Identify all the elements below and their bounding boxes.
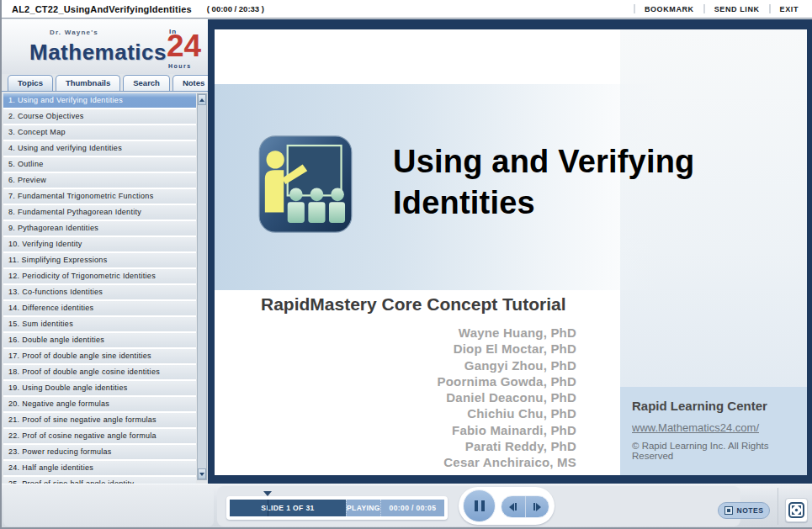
presenter-icon <box>258 135 353 234</box>
org-url-link[interactable]: www.Mathematics24.com/ <box>632 421 807 434</box>
org-copyright: © Rapid Learning Inc. All Rights Reserve… <box>632 441 807 461</box>
playback-time: 00:00 / 00:05 <box>380 500 444 516</box>
topic-item-11[interactable]: 11. Simplifying Expressions <box>3 253 196 267</box>
author-list: Wayne Huang, PhD Diop El Moctar, PhD Gan… <box>282 325 576 471</box>
logo-hours-word: Hours <box>168 63 192 69</box>
topic-item-4[interactable]: 4. Using and verifying Identities <box>3 141 196 156</box>
author: Cesar Anchiraico, MS <box>282 454 576 470</box>
fullscreen-button[interactable] <box>785 498 808 522</box>
topic-item-20[interactable]: 20. Negative angle formulas <box>3 397 196 411</box>
playhead-line <box>268 500 268 516</box>
slide-title: Using and Verifying Identities <box>393 141 807 224</box>
sidebar: Dr. Wayne's Mathematics In 24 Hours Topi… <box>2 19 208 484</box>
title-bar: AL2_CT22_UsingAndVerifyingIdentities ( 0… <box>2 0 812 19</box>
logo-24-number: 24 <box>167 30 201 61</box>
divider <box>703 4 705 13</box>
next-slide-button[interactable] <box>526 496 549 517</box>
org-panel: Rapid Learning Center www.Mathematics24.… <box>620 387 807 475</box>
author: Chichiu Chu, PhD <box>282 405 576 421</box>
sidebar-tabbar: Topics Thumbnails Search Notes <box>2 74 208 92</box>
topic-item-2[interactable]: 2. Course Objectives <box>3 109 196 124</box>
topic-item-16[interactable]: 16. Double angle identities <box>3 333 196 347</box>
slide-subtitle: RapidMastery Core Concept Tutorial <box>261 294 566 315</box>
player-window: AL2_CT22_UsingAndVerifyingIdentities ( 0… <box>0 0 812 529</box>
topic-item-14[interactable]: 14. Difference identities <box>3 301 196 315</box>
player-bar-left-panel <box>3 488 214 526</box>
bookmark-button[interactable]: BOOKMARK <box>645 5 694 13</box>
author: Poornima Gowda, PhD <box>282 373 576 389</box>
slide-title-line2: Identities <box>393 183 807 224</box>
topic-item-24[interactable]: 24. Half angle identities <box>3 461 196 475</box>
divider <box>769 4 771 13</box>
author: Daniel Deaconu, PhD <box>282 389 576 405</box>
progress-bar[interactable]: SLIDE 1 OF 31 PLAYING 00:00 / 00:05 <box>226 496 448 520</box>
topic-item-19[interactable]: 19. Using Double angle identities <box>3 381 196 395</box>
topic-list: 1. Using and Verifying Identities 2. Cou… <box>3 93 196 484</box>
pause-icon <box>481 500 485 511</box>
topic-item-12[interactable]: 12. Periodicity of Trigonometric Identit… <box>3 269 196 283</box>
topic-item-25[interactable]: 25. Proof of sine half angle identity <box>3 477 196 484</box>
step-forward-icon <box>536 503 541 511</box>
slide-canvas: Using and Verifying Identities RapidMast… <box>215 29 807 475</box>
previous-slide-button[interactable] <box>502 496 526 517</box>
step-back-icon <box>509 503 514 511</box>
scroll-down-button[interactable] <box>198 468 206 479</box>
topic-item-17[interactable]: 17. Proof of double angle sine identitie… <box>3 349 196 363</box>
total-time: ( 00:00 / 20:33 ) <box>207 4 264 13</box>
playback-status: PLAYING <box>346 500 380 516</box>
notes-button[interactable]: NOTES <box>718 502 770 519</box>
topic-item-6[interactable]: 6. Preview <box>3 173 196 188</box>
step-back-icon <box>515 503 517 510</box>
topic-item-18[interactable]: 18. Proof of double angle cosine identit… <box>3 365 196 379</box>
topic-scrollbar[interactable] <box>197 93 207 480</box>
player-bar: SLIDE 1 OF 31 PLAYING 00:00 / 00:05 NOTE… <box>2 484 812 527</box>
slide-counter: SLIDE 1 OF 31 <box>230 500 346 516</box>
tab-thumbnails[interactable]: Thumbnails <box>56 75 120 91</box>
topic-item-22[interactable]: 22. Prof of cosine negative angle formul… <box>3 429 196 443</box>
topic-item-8[interactable]: 8. Fundamental Pythagorean Identity <box>3 205 196 220</box>
step-forward-icon <box>533 503 535 510</box>
scroll-up-button[interactable] <box>198 94 206 105</box>
topic-item-23[interactable]: 23. Power reducing formulas <box>3 445 196 459</box>
playhead-marker-icon[interactable] <box>263 491 272 496</box>
prev-next-group <box>501 495 549 518</box>
author: Fabio Mainardi, PhD <box>282 422 576 438</box>
topic-item-9[interactable]: 9. Pythagorean Identities <box>3 221 196 235</box>
topic-item-21[interactable]: 21. Proof of sine negative angle formula… <box>3 413 196 427</box>
topic-item-3[interactable]: 3. Concept Map <box>3 125 196 140</box>
org-name: Rapid Learning Center <box>632 399 807 413</box>
notes-icon <box>724 506 733 515</box>
fullscreen-icon <box>788 502 804 518</box>
pause-button[interactable] <box>463 489 496 522</box>
topic-item-7[interactable]: 7. Fundamental Trigonometric Functions <box>3 189 196 204</box>
topic-item-1[interactable]: 1. Using and Verifying Identities <box>3 93 196 108</box>
logo-brand: Mathematics <box>29 40 167 66</box>
document-title: AL2_CT22_UsingAndVerifyingIdentities <box>12 4 192 14</box>
notes-button-label: NOTES <box>737 506 764 515</box>
pause-icon <box>475 500 478 511</box>
transport-controls <box>459 487 555 525</box>
author: Diop El Moctar, PhD <box>282 341 576 357</box>
brand-logo: Dr. Wayne's Mathematics In 24 Hours <box>2 19 208 74</box>
topic-item-13[interactable]: 13. Co-functions Identities <box>3 285 196 299</box>
topic-item-5[interactable]: 5. Outline <box>3 157 196 172</box>
divider <box>634 4 635 13</box>
send-link-button[interactable]: SEND LINK <box>714 5 760 13</box>
tab-search[interactable]: Search <box>123 75 170 91</box>
slide-title-line1: Using and Verifying <box>393 141 807 183</box>
tab-topics[interactable]: Topics <box>8 75 53 91</box>
author: Wayne Huang, PhD <box>282 325 576 341</box>
arrow-down-icon <box>199 473 204 476</box>
divider <box>778 488 778 525</box>
author: Gangyi Zhou, PhD <box>282 357 576 373</box>
topic-item-10[interactable]: 10. Verifying Identity <box>3 237 196 251</box>
author: Parati Reddy, PhD <box>282 438 576 454</box>
logo-pretitle: Dr. Wayne's <box>50 29 98 36</box>
topic-item-15[interactable]: 15. Sum identities <box>3 317 196 331</box>
arrow-up-icon <box>199 98 204 102</box>
slide-stage: Using and Verifying Identities RapidMast… <box>208 19 812 484</box>
exit-button[interactable]: EXIT <box>780 5 799 13</box>
